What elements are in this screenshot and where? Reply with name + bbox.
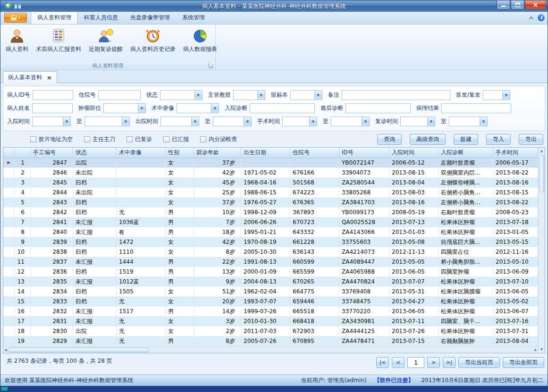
tab-system-management[interactable]: 系统管理 bbox=[176, 11, 211, 24]
dropdown-arrow-icon[interactable]: ▼ bbox=[122, 117, 129, 126]
column-header-admission-date[interactable]: 入院时间 bbox=[389, 148, 438, 158]
last-page-button[interactable]: >| bbox=[443, 357, 455, 368]
final-diagnosis-input[interactable] bbox=[346, 103, 411, 113]
scroll-left-arrow-icon[interactable]: ◀ bbox=[4, 347, 7, 353]
reported-checkbox[interactable]: 已汇报 bbox=[163, 135, 189, 143]
table-row[interactable]: 132835未汇报1012蓝男9岁2004-08-13670265ZA44708… bbox=[3, 277, 538, 287]
first-or-recurrent-combo[interactable]: ▼ bbox=[483, 90, 510, 100]
dropdown-arrow-icon[interactable]: ▼ bbox=[244, 117, 251, 126]
maximize-button[interactable] bbox=[511, 0, 524, 9]
table-row[interactable]: 142834归档1505女51岁1962-02-0466477533769408… bbox=[3, 287, 538, 297]
prev-page-button[interactable]: < bbox=[392, 357, 405, 368]
table-row[interactable]: 62842归档无男10岁1998-12-09367893YB0099173200… bbox=[3, 208, 538, 217]
attending-professor-combo[interactable]: ▼ bbox=[233, 90, 265, 100]
dropdown-arrow-icon[interactable]: ▼ bbox=[362, 117, 369, 126]
endocrine-exam-checkbox[interactable]: 内分泌检查 bbox=[200, 135, 237, 143]
table-row[interactable]: 172831未汇报无女3岁2010-01-30668418ZA343098120… bbox=[3, 317, 538, 326]
table-row[interactable]: 32845归档女45岁1968-04-16501568ZA25805442013… bbox=[3, 178, 538, 188]
table-row[interactable]: 82840未汇报有男18岁1995-01-21643332ZA414306620… bbox=[3, 227, 538, 237]
column-header-surgery-date[interactable]: 手术时间 bbox=[493, 148, 538, 158]
dropdown-arrow-icon[interactable]: ▼ bbox=[480, 117, 487, 126]
export-current-page-button[interactable]: 导出当前页 bbox=[458, 357, 500, 368]
table-row[interactable]: 152833归档无女20岁1993-07-0765944633748475201… bbox=[3, 297, 538, 307]
admission-date-from-combo[interactable]: ▼ bbox=[32, 117, 71, 126]
patient-data-report-button[interactable]: 病人数据报表 bbox=[180, 26, 220, 62]
table-row[interactable]: 42844未出院女25岁1988-06-15674223338052682013… bbox=[3, 188, 538, 198]
import-button[interactable]: 导入 bbox=[486, 134, 511, 145]
column-header-intraop-video[interactable]: 术中录像 bbox=[117, 148, 166, 158]
table-row[interactable]: 192829未汇报无男8岁2005-07-26670895ZA447847120… bbox=[3, 336, 538, 346]
dropdown-arrow-icon[interactable]: ▼ bbox=[427, 117, 435, 126]
title-bar[interactable]: 病人基本资料 - 某某医院神经外科-神经外科数据管理系统 × bbox=[0, 0, 548, 12]
table-row[interactable]: 72841未汇报1036蓝男7岁2006-06-26670723QA002552… bbox=[3, 217, 538, 227]
discharge-date-from-combo[interactable]: ▼ bbox=[160, 117, 199, 126]
export-button[interactable]: 导出 bbox=[519, 134, 543, 145]
table-row[interactable]: 22846未出院女42岁1971-05-02676166339040732013… bbox=[3, 168, 538, 178]
dialog-launcher-icon[interactable] bbox=[209, 63, 213, 68]
scroll-down-arrow-icon[interactable]: ▼ bbox=[540, 347, 543, 352]
scroll-up-arrow-icon[interactable]: ▲ bbox=[540, 148, 543, 154]
surgery-date-to-combo[interactable]: ▼ bbox=[331, 117, 370, 126]
discharge-date-to-combo[interactable]: ▼ bbox=[213, 117, 252, 126]
film-address-empty-checkbox-box[interactable] bbox=[30, 136, 36, 142]
collapse-ribbon-icon[interactable] bbox=[529, 16, 534, 21]
quick-access-icon[interactable] bbox=[14, 2, 21, 11]
table-row[interactable]: 112837未汇报1444男22岁1991-08-13660599ZA40894… bbox=[3, 257, 538, 267]
remarks-input[interactable] bbox=[342, 90, 450, 100]
first-page-button[interactable]: |< bbox=[376, 357, 389, 368]
column-header-inpatient-no[interactable]: 住院号 bbox=[290, 148, 339, 158]
patient-history-button[interactable]: 病人资料历史记录 bbox=[127, 26, 179, 62]
info-icon[interactable]: i bbox=[538, 14, 545, 21]
pathology-result-input[interactable] bbox=[441, 103, 511, 113]
tumor-site-combo[interactable]: ▼ bbox=[103, 103, 146, 113]
reported-checkbox-box[interactable] bbox=[163, 136, 169, 142]
export-all-pages-button[interactable]: 导出全部页 bbox=[503, 357, 544, 368]
admission-date-to-combo[interactable]: ▼ bbox=[84, 117, 130, 126]
license-status-text[interactable]: 【软件已注册】 bbox=[374, 376, 413, 384]
table-row[interactable]: 52843归档女37岁1976-05-27676365ZA38417032013… bbox=[3, 198, 538, 208]
column-header-manual-no[interactable]: 手工编号 bbox=[31, 148, 73, 158]
new-button[interactable]: 新建 bbox=[454, 134, 478, 145]
tab-disc-video-management[interactable]: 光盘录像带管理 bbox=[124, 11, 176, 24]
followup-date-to-combo[interactable]: ▼ bbox=[449, 117, 488, 126]
vertical-scrollbar[interactable]: ▲ ▼ bbox=[538, 148, 545, 353]
horizontal-scroll-thumb[interactable] bbox=[8, 348, 149, 352]
followed-up-checkbox-box[interactable] bbox=[126, 136, 133, 142]
next-page-button[interactable]: > bbox=[427, 357, 440, 368]
patient-name-input[interactable] bbox=[32, 103, 73, 113]
tab-patient-data-management[interactable]: 病人资料管理 bbox=[31, 11, 78, 24]
table-row[interactable]: ▶12847出院女37岁YB00721472006-05-12左额叶胶质瘤200… bbox=[3, 158, 538, 168]
table-row[interactable]: 162832未汇报1517男14岁1999-07-266655183377022… bbox=[3, 307, 538, 317]
column-header-row-number[interactable] bbox=[15, 148, 31, 158]
table-row[interactable]: 122836归档1519男13岁2000-01-09665599ZA406598… bbox=[3, 267, 538, 277]
endocrine-exam-checkbox-box[interactable] bbox=[200, 136, 206, 142]
minimize-button[interactable] bbox=[497, 0, 510, 9]
table-row[interactable]: 102838归档1110女8岁2005-10-30636143ZA4214073… bbox=[3, 247, 538, 257]
dropdown-arrow-icon[interactable]: ▼ bbox=[138, 104, 145, 113]
tab-department-staff-info[interactable]: 科室人员信息 bbox=[78, 11, 124, 24]
dropdown-arrow-icon[interactable]: ▼ bbox=[194, 91, 202, 100]
surgery-date-from-combo[interactable]: ▼ bbox=[282, 117, 317, 126]
chief-surgeon-operated-checkbox[interactable]: 主任主刀 bbox=[84, 135, 115, 143]
main-menu-button[interactable]: ▾ bbox=[4, 13, 27, 23]
followed-up-checkbox[interactable]: 已复诊 bbox=[126, 135, 152, 143]
tab-patient-basic-info[interactable]: 病人基本资料 × bbox=[3, 71, 57, 83]
column-header-id-no[interactable]: ID号 bbox=[339, 148, 389, 158]
intraop-video-combo[interactable]: ▼ bbox=[177, 103, 219, 113]
column-header-birth-date[interactable]: 出生日期 bbox=[241, 148, 290, 158]
horizontal-scrollbar[interactable]: ◀ ▶ bbox=[3, 346, 538, 353]
close-tab-icon[interactable]: × bbox=[47, 75, 52, 81]
page-number-input[interactable] bbox=[407, 357, 424, 368]
film-address-empty-checkbox[interactable]: 胶片地址为空 bbox=[30, 135, 73, 143]
dropdown-arrow-icon[interactable]: ▼ bbox=[63, 117, 70, 126]
dropdown-arrow-icon[interactable]: ▼ bbox=[211, 104, 219, 113]
patient-id-input[interactable] bbox=[33, 90, 73, 100]
column-header-status[interactable]: 状态 bbox=[73, 148, 117, 158]
close-button[interactable]: × bbox=[525, 0, 546, 9]
postop-patient-report-button[interactable]: 术后病人汇报资料 bbox=[33, 26, 84, 62]
inpatient-no-input[interactable] bbox=[98, 90, 141, 100]
dropdown-arrow-icon[interactable]: ▼ bbox=[314, 91, 322, 100]
dropdown-arrow-icon[interactable]: ▼ bbox=[191, 117, 199, 126]
status-combo[interactable]: ▼ bbox=[160, 90, 202, 100]
column-header-age[interactable]: 就诊年龄 bbox=[194, 148, 241, 158]
